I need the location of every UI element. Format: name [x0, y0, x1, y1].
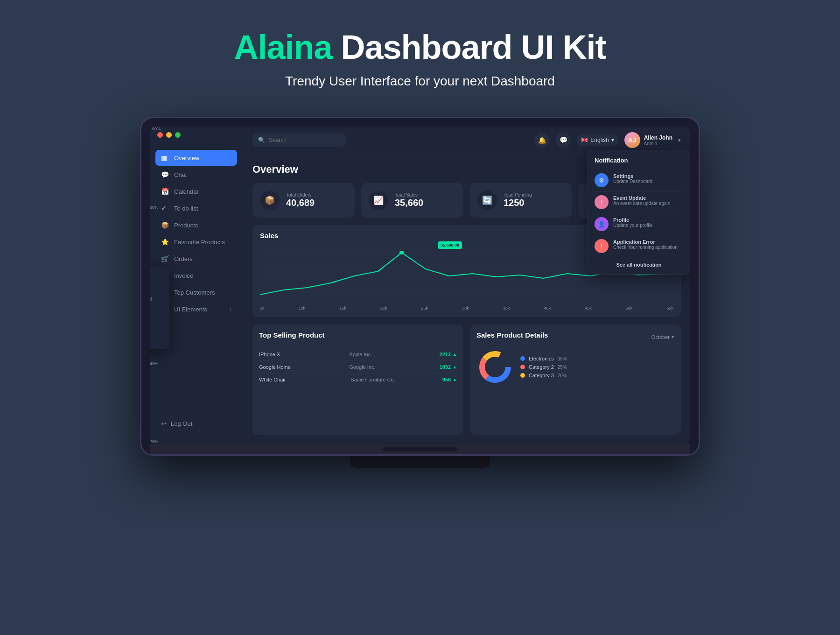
notif-item-event[interactable]: ! Event Update An event date update agai…: [595, 191, 683, 213]
avatar: AJ: [624, 132, 640, 148]
message-icon[interactable]: 💬: [556, 133, 571, 148]
legend-dot-1: [520, 365, 525, 369]
notif-profile-icon: 👤: [595, 217, 609, 231]
legend-item-2: Category 3 20%: [520, 373, 567, 378]
ui-label: UI Elements: [174, 306, 207, 313]
pending-stat-label: Total Pending: [504, 192, 532, 198]
see-all-notification-link[interactable]: See all notification: [595, 262, 683, 268]
calendar-label: Calendar: [174, 188, 199, 195]
sidebar-item-favourite[interactable]: ⭐ Favourite Products: [155, 234, 237, 250]
top-selling-card: Top Selling Product IPhone X Apple Inc. …: [252, 325, 463, 435]
sales-stat-icon: 📈: [369, 190, 388, 210]
notif-settings-name: Settings: [613, 173, 652, 179]
bottom-row: Top Selling Product IPhone X Apple Inc. …: [252, 325, 681, 435]
laptop-frame: 👤 Manage Account 🔑 Change Password 🔄 Act…: [140, 117, 700, 456]
manage-account-item[interactable]: 👤 Manage Account: [150, 274, 162, 291]
chat-icon: 💬: [161, 171, 169, 178]
laptop-notch: [383, 447, 457, 452]
pending-stat-value: 1250: [504, 198, 532, 208]
stat-card-orders: 📦 Total Orders 40,689: [252, 183, 355, 218]
user-menu-button[interactable]: AJ Alien John Admin ▾: [624, 132, 681, 148]
language-selector[interactable]: 🇬🇧 English ▾: [577, 134, 617, 146]
sidebar-item-calendar[interactable]: 📅 Calendar: [155, 183, 237, 199]
change-password-item[interactable]: 🔑 Change Password: [150, 291, 162, 308]
notification-bell-icon[interactable]: 🔔: [534, 133, 549, 148]
logout-item[interactable]: 🚪 Log out: [150, 325, 162, 341]
donut-chart: [476, 348, 514, 386]
legend-item-1: Category 2 25%: [520, 364, 567, 370]
sidebar-item-chat[interactable]: 💬 Chat: [155, 167, 237, 183]
hero-title: Alaina Dashboard UI Kit: [234, 28, 606, 66]
orders-label: Orders: [174, 255, 193, 262]
x-axis-labels: 5k 10k 15k 20k 25k 30k 35k 40k 45k: [260, 306, 673, 310]
stat-card-pending: 🔄 Total Pending 1250: [470, 183, 572, 218]
top-selling-title: Top Selling Product: [259, 331, 325, 339]
svg-point-5: [399, 251, 404, 254]
value-1: 1032: [440, 364, 451, 370]
value-2: 956: [442, 377, 451, 382]
activity-log-item[interactable]: 🔄 Activity Log: [150, 308, 162, 325]
pending-stat-icon: 🔄: [477, 190, 497, 210]
orders-icon: 🛒: [161, 255, 169, 262]
topbar-icons: 🔔 💬 🇬🇧 English ▾ AJ Alien John: [534, 132, 681, 148]
notif-event-icon: !: [595, 195, 609, 209]
search-icon: 🔍: [258, 137, 265, 143]
language-label: English: [590, 137, 609, 143]
laptop-container: 👤 Manage Account 🔑 Change Password 🔄 Act…: [140, 117, 700, 470]
favourite-icon: ⭐: [161, 238, 169, 246]
user-role: Admin: [644, 141, 672, 146]
sidebar-item-products[interactable]: 📦 Products: [155, 217, 237, 233]
notification-panel: Notification ⚙ Settings Update Dashboard…: [588, 150, 690, 275]
company-0: Apple Inc.: [349, 352, 439, 357]
search-box[interactable]: 🔍: [252, 134, 346, 147]
chat-label: Chat: [174, 171, 187, 178]
sidebar-bottom: ↩ Log Out: [150, 411, 243, 437]
company-1: Google Inc.: [349, 364, 439, 370]
chevron-down-icon: ▾: [611, 137, 614, 143]
month-selector[interactable]: October ▾: [651, 334, 674, 340]
legend-label-1: Category 2: [529, 364, 554, 370]
customers-label: Top Customers: [174, 289, 215, 296]
sidebar-item-todo[interactable]: ✔ To do list: [155, 200, 237, 216]
hero-subtitle: Trendy User Interface for your next Dash…: [285, 74, 555, 89]
logout-bottom-label: Log Out: [171, 420, 192, 427]
legend-label-2: Category 3: [529, 373, 554, 378]
product-name-0: IPhone X: [259, 352, 349, 357]
laptop-screen: 👤 Manage Account 🔑 Change Password 🔄 Act…: [150, 127, 690, 444]
main-content: 🔍 🔔 💬 🇬🇧 English ▾: [243, 127, 690, 444]
sidebar-item-overview[interactable]: ▦ Overview: [155, 150, 237, 166]
logout-arrow-icon: ↩: [161, 420, 166, 427]
notif-item-error[interactable]: ! Application Error Check Your running a…: [595, 235, 683, 257]
ui-arrow: ›: [230, 306, 231, 312]
notif-error-icon: !: [595, 239, 609, 253]
trend-0: ▲: [453, 352, 457, 357]
favourite-label: Favourite Products: [174, 239, 225, 246]
products-label: Products: [174, 222, 198, 229]
month-chevron-icon: ▾: [672, 334, 674, 340]
value-0: 2212: [440, 352, 451, 357]
calendar-icon: 📅: [161, 188, 169, 195]
top-selling-header: Top Selling Product: [259, 331, 457, 343]
notif-item-settings[interactable]: ⚙ Settings Update Dashboard: [595, 169, 683, 191]
table-row: Google Home Google Inc. 1032 ▲: [259, 361, 457, 374]
sidebar-logout[interactable]: ↩ Log Out: [155, 416, 237, 431]
legend-dot-0: [520, 356, 525, 361]
account-menu-panel: 👤 Manage Account 🔑 Change Password 🔄 Act…: [150, 267, 169, 349]
sidebar-item-orders[interactable]: 🛒 Orders: [155, 251, 237, 267]
notif-item-profile[interactable]: 👤 Profile Update your profile: [595, 213, 683, 235]
notif-profile-name: Profile: [613, 217, 653, 223]
legend-list: Electronics 35% Category 2 25%: [520, 356, 567, 378]
company-2: Sadie Furniture Co.: [350, 377, 442, 382]
overview-label: Overview: [174, 155, 199, 162]
notif-error-desc: Check Your running application: [613, 245, 678, 250]
search-input[interactable]: [269, 137, 340, 143]
invoice-label: Invoice: [174, 272, 193, 279]
user-name: Alien John: [644, 134, 672, 141]
todo-icon: ✔: [161, 205, 169, 212]
products-icon: 📦: [161, 221, 169, 229]
todo-label: To do list: [174, 205, 198, 212]
chart-tooltip: 35,660.00: [438, 241, 462, 249]
legend-dot-2: [520, 373, 525, 378]
legend-pct-2: 20%: [558, 373, 567, 378]
table-row: White Chair Sadie Furniture Co. 956 ▲: [259, 374, 457, 386]
